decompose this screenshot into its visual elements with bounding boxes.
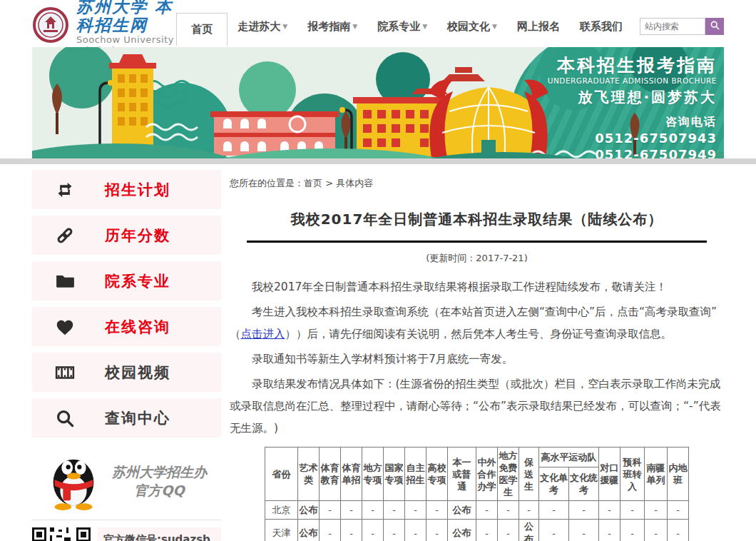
nav-departments[interactable]: 院系专业▼ [367,11,437,43]
banner-hotline-label: 咨询电话 [548,115,717,130]
table-cell-province: 北京 [265,501,298,520]
table-cell: - [405,520,426,541]
results-table: 省份艺术类体育教育体育单招地方专项国家专项自主招生高校专项本一或普通中外合作办学… [265,447,689,541]
nav-contact[interactable]: 联系我们 [570,11,633,43]
table-cell: - [384,520,405,541]
table-cell: - [519,501,539,520]
table-cell: - [341,501,362,520]
qq-contact[interactable]: 苏州大学招生办 官方QQ [32,444,221,520]
table-cell: 公布 [448,501,476,520]
table-header-cell: 文化单考 [539,467,569,500]
repeat-arrows-icon [53,178,76,201]
site-header: 苏州大学 本科招生网 Soochow University Admission … [32,0,724,47]
site-search [640,18,724,35]
sidebar-item-label: 查询中心 [105,408,170,428]
click-to-enter-link[interactable]: 点击进入 [241,328,285,340]
sidebar-item-campus-video[interactable]: 校园视频 [32,353,221,392]
search-input[interactable] [640,18,705,35]
nav-campus-culture[interactable]: 校园文化▼ [437,11,507,43]
banner-slogan: 放飞理想·圆梦苏大 [548,88,717,106]
table-cell: - [539,520,569,541]
sidebar-item-departments[interactable]: 院系专业 [32,261,221,300]
search-icon [53,407,76,430]
banner-phone-2: 0512-67507949 [548,146,717,158]
site-title: 苏州大学 本科招生网 [76,0,176,34]
content-area: 您所在的位置是：首页 > 具体内容 我校2017年全日制普通本科招生录取结果（陆… [230,170,724,541]
table-header-cell: 预科班转入 [620,448,645,501]
table-header-cell: 高校专项 [426,448,448,501]
table-header-cell: 文化统考 [569,467,599,500]
table-cell: - [668,520,689,541]
table-cell: - [320,501,341,520]
table-cell: 公布 [298,501,320,520]
table-cell: - [476,501,498,520]
nav-guide[interactable]: 报考指南▼ [297,11,367,43]
banner-subtitle: UNDERGRADUATE ADMISSION BROCHURE [548,76,717,86]
qq-label-line1: 苏州大学招生办 [112,462,207,481]
table-header-cell: 艺术类 [298,448,320,501]
breadcrumb: 您所在的位置是：首页 > 具体内容 [230,177,724,190]
table-header-cell: 地方免费医学生 [498,448,519,501]
table-cell: - [405,501,426,520]
banner-phone-1: 0512-67507943 [548,130,717,146]
article-paragraph-3: 录取通知书等新生入学材料预计将于7月底统一寄发。 [230,348,724,370]
banner-text: 本科招生报考指南 UNDERGRADUATE ADMISSION BROCHUR… [548,56,717,158]
table-cell: - [476,520,498,541]
sidebar-item-historical-scores[interactable]: 历年分数 [32,216,221,255]
breadcrumb-home-link[interactable]: 首页 [304,178,322,188]
admission-banner: 本科招生报考指南 UNDERGRADUATE ADMISSION BROCHUR… [32,47,724,158]
wechat-contact: 官方微信号:sudazsb 扫一扫关注 [32,520,221,541]
banner-divider [0,158,756,164]
table-header-cell: 保送生 [519,448,539,501]
article-paragraph-4: 录取结果发布情况具体如下：(生源省份的招生类型（或批次）栏目，空白表示录取工作尚… [230,373,724,440]
link-icon [53,224,76,247]
table-cell: - [599,520,620,541]
chevron-down-icon: ▼ [282,23,287,30]
nav-home[interactable]: 首页 [176,13,228,46]
sidebar-item-label: 院系专业 [105,271,170,291]
table-cell: - [320,520,341,541]
table-cell: 公布 [519,520,539,541]
article-paragraph-1: 我校2017年全日制普通本科招生录取结果将根据录取工作进程陆续发布，敬请关注！ [230,276,724,298]
table-header-cell: 地方专项 [362,448,384,501]
search-button[interactable] [705,18,724,35]
sidebar-item-label: 在线咨询 [105,317,170,337]
article-paragraph-2: 考生进入我校本科招生录取查询系统（在本站首页进入左侧“查询中心”后，点击“高考录… [230,301,724,345]
title-divider [247,241,707,243]
breadcrumb-current: 具体内容 [336,178,373,188]
qr-code [32,527,91,541]
university-seal-icon [32,6,69,46]
table-header-cell: 对口援疆 [599,448,620,501]
heart-icon [53,315,76,338]
sidebar-item-query-center[interactable]: 查询中心 [32,398,221,438]
breadcrumb-prefix: 您所在的位置是： [230,178,304,188]
table-header-cell: 体育教育 [320,448,341,501]
table-cell-province: 天津 [265,520,298,541]
table-header-province: 省份 [265,448,298,501]
sidebar-item-online-consult[interactable]: 在线咨询 [32,307,221,346]
sidebar-item-enrollment-plan[interactable]: 招生计划 [32,170,221,209]
sidebar: 招生计划 历年分数 院系专业 [32,170,221,541]
folder-icon [53,270,76,293]
wechat-account: 官方微信号:sudazsb [98,527,221,541]
table-cell: - [341,520,362,541]
table-cell: - [426,520,448,541]
table-cell: 公布 [448,520,476,541]
table-cell: - [668,501,689,520]
table-header-cell: 本一或普通 [448,448,476,501]
table-header-cell: 国家专项 [384,448,405,501]
film-icon [53,361,76,384]
nav-online-apply[interactable]: 网上报名 [507,11,570,43]
table-header-group: 高水平运动队 [539,448,599,467]
main-nav: 首页 走进苏大▼ 报考指南▼ 院系专业▼ 校园文化▼ 网上报名 联系我们 [176,8,724,45]
table-cell: - [569,501,599,520]
table-cell: - [620,501,645,520]
table-cell: 公布 [298,520,320,541]
table-header-cell: 南疆单列 [645,448,668,501]
chevron-down-icon: ▼ [422,23,427,30]
breadcrumb-separator: > [322,178,336,188]
nav-about[interactable]: 走进苏大▼ [228,11,297,43]
chevron-down-icon: ▼ [492,23,497,30]
qq-label-line2: 官方QQ [112,481,207,500]
qq-penguin-icon [42,448,105,514]
